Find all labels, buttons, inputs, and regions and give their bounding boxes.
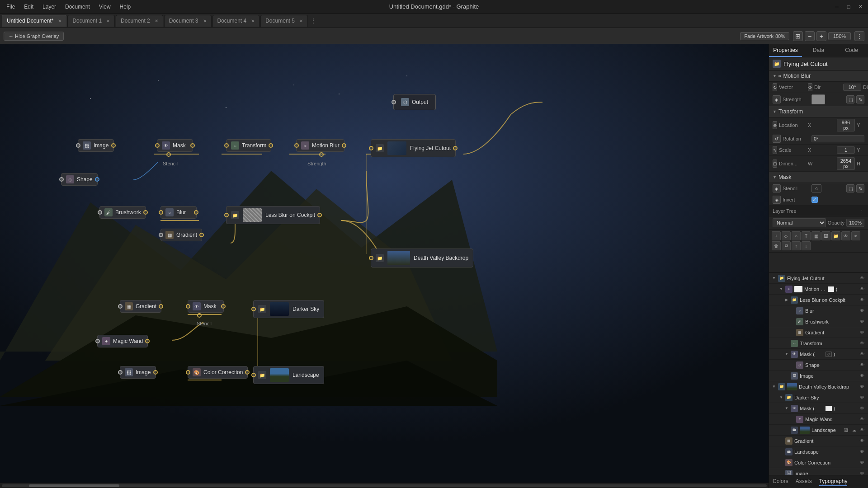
- transform-visibility-icon[interactable]: 👁: [859, 340, 865, 347]
- tab-document1[interactable]: Document 1 ✕: [67, 15, 115, 27]
- tab-untitled-document[interactable]: Untitled Document* ✕: [2, 15, 66, 27]
- vector-dir-icon[interactable]: ⟳: [808, 83, 812, 91]
- zoom-level-display[interactable]: 150%: [828, 32, 851, 40]
- gradient2-left-connector[interactable]: [118, 304, 123, 309]
- layer-item-blur[interactable]: ▶ ○ Blur 👁: [769, 305, 868, 316]
- landscape1-extra-icon1[interactable]: 🖼: [843, 427, 849, 433]
- flying-jet-right-connector[interactable]: [453, 146, 458, 150]
- stencil-preview[interactable]: ◇: [811, 184, 821, 192]
- menu-view[interactable]: View: [96, 3, 113, 11]
- strength-extra-btn1[interactable]: ⬚: [846, 95, 854, 103]
- layer-item-gradient2[interactable]: ▶ ▦ Gradient 👁: [769, 436, 868, 446]
- bottom-tab-typography[interactable]: Typography: [819, 477, 848, 486]
- blur-visibility-icon[interactable]: 👁: [859, 308, 865, 314]
- layer-item-flying-jet-cutout[interactable]: ▼ 📁 Flying Jet Cutout 👁: [769, 273, 868, 284]
- landscape2-visibility-icon[interactable]: 👁: [859, 449, 865, 455]
- less-blur-right-connector[interactable]: [317, 213, 322, 217]
- darker-sky-visibility-icon[interactable]: 👁: [859, 394, 865, 401]
- death-valley-node[interactable]: 📁 Death Valley Backdrop: [371, 249, 473, 267]
- landscape1-extra-icon2[interactable]: ☁: [851, 427, 857, 433]
- dimensions-icon-btn[interactable]: ⊡: [773, 160, 777, 168]
- mask2-visibility-icon[interactable]: 👁: [859, 405, 865, 412]
- layer-item-less-blur-cockpit[interactable]: ▶ 📁 Less Blur on Cockpit 👁: [769, 295, 868, 305]
- mask2-right-connector[interactable]: [221, 304, 226, 309]
- layer-tool-move-up[interactable]: ↑: [792, 241, 801, 250]
- flying-jet-expand-icon[interactable]: ▼: [772, 276, 776, 281]
- canvas-area[interactable]: ⬡ Output 🖼 Image 👁 Mask Stencil: [0, 44, 769, 488]
- zoom-out-button[interactable]: −: [805, 31, 815, 41]
- mask2-left-connector[interactable]: [186, 304, 190, 309]
- dir-value[interactable]: 10°: [843, 84, 861, 91]
- mask1-stencil-connector[interactable]: [166, 152, 171, 157]
- motion-blur-right-connector[interactable]: [342, 143, 346, 148]
- less-blur-visibility-icon[interactable]: 👁: [859, 297, 865, 303]
- invert-checkbox[interactable]: ✓: [811, 197, 818, 203]
- shape-node[interactable]: ◇ Shape: [61, 173, 98, 186]
- shape-right-connector[interactable]: [95, 177, 99, 182]
- tab-document3[interactable]: Document 3 ✕: [164, 15, 212, 27]
- blur-right-connector[interactable]: [194, 210, 198, 215]
- layer-item-shape[interactable]: ▶ ◇ Shape 👁: [769, 360, 868, 371]
- darker-sky-node[interactable]: 📁 Darker Sky: [253, 300, 324, 318]
- mask2-stencil-connector[interactable]: [197, 313, 202, 318]
- layer-tool-new-vector[interactable]: ◇: [782, 231, 791, 240]
- transform-node[interactable]: ↔ Transform: [226, 139, 271, 152]
- layer-item-brushwork[interactable]: ▶ 🖌 Brushwork 👁: [769, 316, 868, 327]
- graph-editor[interactable]: ⬡ Output 🖼 Image 👁 Mask Stencil: [0, 44, 769, 488]
- less-blur-cockpit-node[interactable]: 📁 Less Blur on Cockpit: [226, 206, 320, 224]
- opacity-value[interactable]: 100%: [846, 219, 864, 227]
- death-valley-left-connector[interactable]: [369, 256, 373, 260]
- tab-close-untitled[interactable]: ✕: [58, 19, 61, 23]
- shape-left-connector[interactable]: [59, 177, 64, 182]
- panel-tab-properties[interactable]: Properties: [769, 44, 802, 57]
- x-value[interactable]: 986 px: [837, 119, 855, 131]
- image2-visibility-icon[interactable]: 👁: [859, 470, 865, 475]
- layer-tool-new-image[interactable]: 🖼: [821, 231, 830, 240]
- blur-left-connector[interactable]: [159, 210, 163, 215]
- mask-node-1[interactable]: 👁 Mask: [157, 139, 193, 152]
- layer-tool-new-pixel[interactable]: +: [772, 231, 781, 240]
- layer-tool-duplicate[interactable]: ⧉: [782, 241, 791, 250]
- layer-item-landscape2[interactable]: ▶ 🏔 Landscape 👁: [769, 446, 868, 457]
- tab-close-doc2[interactable]: ✕: [155, 19, 158, 23]
- image2-left-connector[interactable]: [118, 370, 123, 375]
- layer-tool-new-sdf[interactable]: ○: [792, 231, 801, 240]
- layer-item-image2[interactable]: ▶ 🖼 Image 👁: [769, 468, 868, 475]
- tab-close-doc4[interactable]: ✕: [251, 19, 255, 23]
- menu-edit[interactable]: Edit: [21, 3, 36, 11]
- zoom-in-button[interactable]: +: [816, 31, 826, 41]
- magic-wand-right-connector[interactable]: [145, 339, 150, 343]
- motion-blur-section-header[interactable]: ▼ ≈ Motion Blur: [769, 70, 868, 82]
- transform-section-header[interactable]: ▼ Transform: [769, 106, 868, 117]
- restore-button[interactable]: □: [844, 3, 853, 11]
- layer-tool-effect[interactable]: ≈: [851, 231, 860, 240]
- brushwork-visibility-icon[interactable]: 👁: [859, 319, 865, 325]
- scrollbar-thumb[interactable]: [29, 484, 119, 487]
- bottom-tab-assets[interactable]: Assets: [796, 477, 812, 486]
- layer-item-darker-sky[interactable]: ▼ 📁 Darker Sky 👁: [769, 392, 868, 403]
- color-correction-visibility-icon[interactable]: 👁: [859, 460, 865, 466]
- image1-left-connector[interactable]: [76, 143, 80, 148]
- layer-item-gradient[interactable]: ▶ ▦ Gradient 👁: [769, 327, 868, 338]
- menu-file[interactable]: File: [4, 3, 18, 11]
- image1-visibility-icon[interactable]: 👁: [859, 373, 865, 379]
- darker-sky-expand-icon[interactable]: ▼: [779, 395, 783, 400]
- landscape-node[interactable]: 📁 Landscape: [253, 366, 324, 384]
- motion-blur-strength-connector[interactable]: [319, 152, 324, 157]
- strength-extra-btn2[interactable]: ✎: [856, 95, 864, 103]
- gradient2-right-connector[interactable]: [159, 304, 163, 309]
- gradient1-left-connector[interactable]: [159, 233, 163, 237]
- close-button[interactable]: ✕: [856, 3, 864, 11]
- menu-help[interactable]: Help: [117, 3, 134, 11]
- mask1-left-connector[interactable]: [155, 143, 160, 148]
- dim-w-value[interactable]: 2654 px: [837, 157, 855, 170]
- brushwork-right-connector[interactable]: [143, 210, 148, 215]
- gradient-node-2[interactable]: ▦ Gradient: [120, 300, 161, 313]
- image-node-1[interactable]: 🖼 Image: [78, 139, 114, 152]
- canvas-scrollbar[interactable]: [0, 483, 769, 488]
- tab-close-doc1[interactable]: ✕: [106, 19, 110, 23]
- flying-jet-cutout-node[interactable]: 📁 Flying Jet Cutout: [371, 139, 456, 157]
- landscape-left-connector[interactable]: [251, 373, 256, 377]
- transform-left-connector[interactable]: [224, 143, 229, 148]
- layer-tool-new-folder[interactable]: 📁: [831, 231, 840, 240]
